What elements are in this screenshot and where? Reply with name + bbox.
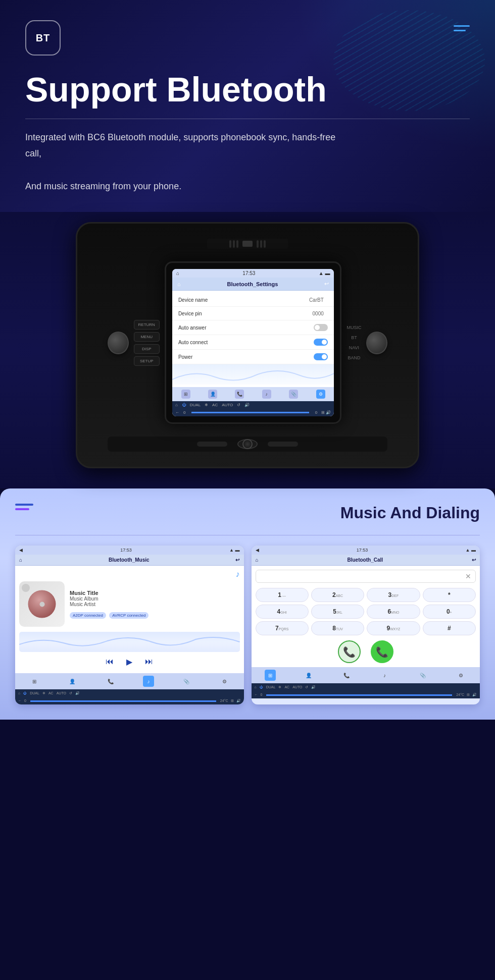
toolbar-power[interactable]: ⏻ <box>182 403 186 407</box>
screen-toolbar-2: ← 0 0 ⊞ 🔊 <box>172 409 334 416</box>
bluetooth-settings-screen: ⌂ 17:53 ▲ ▬ ⌂ Bluetooth_Settings ↩ <box>165 261 342 424</box>
toolbar-back[interactable]: ← <box>175 410 179 415</box>
screen-nav-back[interactable]: ↩ <box>324 281 329 287</box>
power-toggle[interactable] <box>314 353 328 360</box>
screen-signal-icons: ▲ ▬ <box>319 270 330 276</box>
disp-button[interactable]: DISP <box>134 344 160 354</box>
screen-title: Bluetooth_Settings <box>227 281 278 287</box>
nav-clip-icon[interactable]: 📎 <box>289 390 298 399</box>
toolbar-ac: AC <box>212 403 218 407</box>
toolbar-dual: DUAL <box>190 403 201 407</box>
dial-4[interactable]: 4GHI <box>256 605 309 619</box>
device-pin-row[interactable]: Device pin 0000 › <box>172 307 334 320</box>
call-nav-phone[interactable]: 📞 <box>341 670 352 681</box>
subtitle: Integrated with BC6 Bluetooth module, su… <box>25 129 354 195</box>
answer-button[interactable]: 📞 <box>371 640 393 663</box>
screen-bottom-nav: ⊞ 👤 📞 ♪ 📎 ⚙ <box>172 387 334 401</box>
call-header: ⌂ Bluetooth_Call ↩ <box>252 555 480 566</box>
call-nav-music[interactable]: ♪ <box>379 670 390 681</box>
album-art-disc <box>28 590 56 618</box>
call-input-row[interactable]: ✕ <box>256 570 476 583</box>
right-knob[interactable] <box>366 332 387 354</box>
music-back-icon[interactable]: ↩ <box>235 557 239 563</box>
bottom-menu-icon[interactable] <box>15 504 33 510</box>
bottom-menu-line-1 <box>15 504 33 506</box>
call-nav-clip[interactable]: 📎 <box>417 670 428 681</box>
dial-8[interactable]: 8TUV <box>311 621 364 635</box>
dial-hash[interactable]: # <box>423 621 476 635</box>
left-knob[interactable] <box>108 332 129 354</box>
car-section: RETURN MENU DISP SETUP ⌂ 17:53 ▲ ▬ <box>0 212 495 488</box>
bt-label[interactable]: BT <box>351 335 357 340</box>
call-back-icon[interactable]: ↩ <box>472 557 476 563</box>
dial-7[interactable]: 7PQRS <box>256 621 309 635</box>
auto-answer-row[interactable]: Auto answer <box>172 320 334 335</box>
toolbar-home[interactable]: ⌂ <box>175 403 178 407</box>
car-mockup: RETURN MENU DISP SETUP ⌂ 17:53 ▲ ▬ <box>76 222 419 468</box>
a2dp-badge: A2DP connected <box>70 612 106 619</box>
auto-answer-label: Auto answer <box>178 325 207 331</box>
music-info: Music Title Music Album Music Artist A2D… <box>70 590 240 619</box>
music-label[interactable]: MUSIC <box>346 325 361 330</box>
call-nav-settings[interactable]: ⚙ <box>455 670 466 681</box>
nav-settings-icon[interactable]: ⚙ <box>316 390 325 399</box>
device-name-row[interactable]: Device name CarBT › <box>172 293 334 307</box>
dial-1[interactable]: 1 — <box>256 588 309 602</box>
music-nav-settings[interactable]: ⚙ <box>219 676 230 687</box>
nav-user-icon[interactable]: 👤 <box>208 390 217 399</box>
auto-connect-toggle[interactable] <box>314 339 328 346</box>
dial-5[interactable]: 5JKL <box>311 605 364 619</box>
music-nav-clip[interactable]: 📎 <box>181 676 192 687</box>
music-nav-apps[interactable]: ⊞ <box>29 676 40 687</box>
artist-name: Music Artist <box>70 602 240 607</box>
band-label[interactable]: BAND <box>348 355 360 360</box>
auto-connect-row[interactable]: Auto connect <box>172 335 334 350</box>
prev-button[interactable]: ⏮ <box>106 657 114 667</box>
music-header: ⌂ Bluetooth_Music ↩ <box>15 555 244 566</box>
call-toolbar: ⌂ ⏻ DUAL❄ACAUTO↺🔊 <box>252 683 480 691</box>
call-toolbar-2: ← 0 24°C ⊞🔊 <box>252 691 480 698</box>
power-row[interactable]: Power <box>172 350 334 364</box>
menu-button[interactable]: MENU <box>134 332 160 342</box>
call-clear-icon[interactable]: ✕ <box>465 572 471 580</box>
chevron-right-icon: › <box>326 297 328 303</box>
dial-star[interactable]: * <box>423 588 476 602</box>
call-actions: 📞 📞 <box>256 640 476 663</box>
album-name: Music Album <box>70 596 240 602</box>
nav-music-icon[interactable]: ♪ <box>262 390 271 399</box>
dial-0[interactable]: 0+ <box>423 605 476 619</box>
music-nav-phone[interactable]: 📞 <box>105 676 116 687</box>
screen-toolbar: ⌂ ⏻ DUAL ❄ AC AUTO ↺ 🔊 <box>172 401 334 409</box>
nav-apps-icon[interactable]: ⊞ <box>181 390 190 399</box>
call-home-icon[interactable]: ⌂ <box>256 557 259 563</box>
dial-9[interactable]: 9WXYZ <box>367 621 420 635</box>
toolbar-temp2: 0 <box>315 410 317 415</box>
bottom-menu-line-2 <box>15 508 29 510</box>
dial-6[interactable]: 6MNO <box>367 605 420 619</box>
music-nav-music[interactable]: ♪ <box>143 676 154 687</box>
auto-answer-toggle[interactable] <box>314 324 328 331</box>
dial-2[interactable]: 2ABC <box>311 588 364 602</box>
music-home-icon[interactable]: ⌂ <box>19 557 22 563</box>
setup-button[interactable]: SETUP <box>134 356 160 366</box>
call-button[interactable]: 📞 <box>338 640 361 663</box>
toolbar-right-icons: ⊞ 🔊 <box>321 410 331 415</box>
play-button[interactable]: ▶ <box>126 657 132 667</box>
call-nav-apps[interactable]: ⊞ <box>265 670 276 681</box>
bt-logo: BT <box>25 20 61 56</box>
device-name-value: CarBT <box>309 297 324 303</box>
screen-back-icon[interactable]: ⌂ <box>177 281 181 287</box>
nav-phone-icon[interactable]: 📞 <box>235 390 244 399</box>
call-bottom-nav: ⊞ 👤 📞 ♪ 📎 ⚙ <box>252 667 480 683</box>
next-button[interactable]: ⏭ <box>145 657 153 667</box>
track-name: Music Title <box>70 590 240 596</box>
music-status-time: 17:53 <box>120 548 132 553</box>
music-status-bar: ◀ 17:53 ▲ ▬ <box>15 546 244 555</box>
return-button[interactable]: RETURN <box>134 320 160 330</box>
chevron-right-icon-2: › <box>326 310 328 316</box>
call-screen-title: Bluetooth_Call <box>347 557 383 563</box>
call-nav-user[interactable]: 👤 <box>303 670 314 681</box>
dial-3[interactable]: 3DEF <box>367 588 420 602</box>
navi-label[interactable]: NAVI <box>349 345 359 350</box>
music-nav-user[interactable]: 👤 <box>67 676 78 687</box>
